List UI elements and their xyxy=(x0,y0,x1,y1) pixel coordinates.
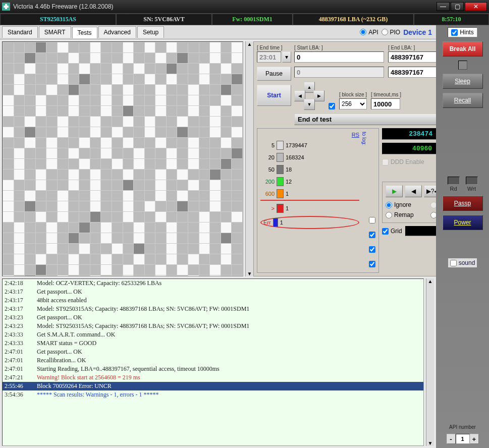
end-time-field[interactable] xyxy=(257,51,281,63)
minimize-button[interactable]: — xyxy=(437,2,450,11)
log-line[interactable]: 2:47:01Starting Reading, LBA=0..48839716… xyxy=(3,365,423,373)
blocksize-select[interactable]: 256 xyxy=(339,98,367,109)
log-panel[interactable]: 2:42:18Model: OCZ-VERTEX; Capacity: 6253… xyxy=(2,278,424,446)
log-line[interactable]: 2:47:21Warning! Block start at 2564608 =… xyxy=(3,373,423,382)
tab-smart[interactable]: SMART xyxy=(39,26,71,38)
recall-button[interactable]: Recall xyxy=(443,93,483,108)
tab-tests[interactable]: Tests xyxy=(72,27,97,38)
log-line[interactable]: 2:43:23Model: ST9250315AS; Capacity: 488… xyxy=(3,322,423,330)
radio-ignore[interactable]: Ignore xyxy=(386,201,429,208)
log-check-200[interactable] xyxy=(369,217,375,223)
scan-scrollbar[interactable]: ▲▼ xyxy=(245,41,253,276)
log-line[interactable]: 2:43:17Get passport... OK xyxy=(3,288,423,296)
start-button[interactable]: Start xyxy=(257,85,291,106)
titlebar: Victoria 4.46b Freeware (12.08.2008) — ▢… xyxy=(0,0,489,13)
log-line[interactable]: 2:43:1748bit access enabled xyxy=(3,296,423,305)
start-lba2-field[interactable] xyxy=(294,67,384,78)
api-num-plus[interactable]: + xyxy=(470,434,479,444)
timeout-label: [ timeout,ms ] xyxy=(371,92,401,97)
log-line[interactable]: 3:54:36***** Scan results: Warnings - 1,… xyxy=(3,390,423,399)
drive-lba: 488397168 LBA (~232 GB) xyxy=(293,14,414,25)
break-all-button[interactable]: Break All xyxy=(443,41,483,57)
drive-fw: Fw: 0001SDM1 xyxy=(212,14,293,25)
drive-model: ST9250315AS xyxy=(0,14,116,25)
timeout-field[interactable] xyxy=(371,98,400,109)
clock: 8:57:10 xyxy=(414,14,489,25)
timing-stats: RS 51739447 20168324 5018 20012 6001 >1 … xyxy=(257,128,379,273)
radio-pio[interactable]: PIO xyxy=(382,29,401,36)
activity-led xyxy=(458,61,467,70)
start-lba-field[interactable] xyxy=(294,51,384,63)
nav-check[interactable] xyxy=(329,103,335,109)
passp-button[interactable]: Passp xyxy=(443,196,483,211)
drive-sn: SN: 5VC86AVT xyxy=(116,14,212,25)
radio-api[interactable]: API xyxy=(360,29,378,36)
power-button[interactable]: Power xyxy=(443,215,483,230)
end-time-label: [ End time ] xyxy=(257,45,291,50)
pause-button[interactable]: Pause xyxy=(257,67,291,81)
tab-setup[interactable]: Setup xyxy=(137,26,164,38)
maximize-button[interactable]: ▢ xyxy=(451,2,464,11)
device-label[interactable]: Device 1 xyxy=(403,28,432,36)
rs-link[interactable]: RS xyxy=(352,132,359,138)
tab-advanced[interactable]: Advanced xyxy=(98,26,136,38)
play-button[interactable]: ▶ xyxy=(386,185,403,197)
window-title: Victoria 4.46b Freeware (12.08.2008) xyxy=(13,3,437,10)
radio-remap[interactable]: Remap xyxy=(386,211,429,218)
rd-wrt-leds: Rd Wrt xyxy=(448,177,478,192)
hints-check[interactable]: Hints xyxy=(448,27,477,37)
log-line[interactable]: 2:42:18Model: OCZ-VERTEX; Capacity: 6253… xyxy=(3,279,423,288)
log-line[interactable]: 2:47:01Recallibration... OK xyxy=(3,356,423,365)
end-time-spin[interactable]: ▾ xyxy=(282,51,291,63)
sound-check[interactable]: sound xyxy=(448,258,477,267)
scan-map xyxy=(2,41,243,276)
log-check-gt[interactable] xyxy=(369,246,375,253)
log-check-600[interactable] xyxy=(369,232,375,238)
api-num-minus[interactable]: - xyxy=(447,434,456,444)
log-line[interactable]: 2:55:46Block 70059264 Error: UNCR xyxy=(3,382,423,390)
ddd-check[interactable]: DDD Enable xyxy=(382,158,424,165)
tolog-label: to log: xyxy=(361,132,367,269)
api-number-spinner[interactable]: - 1 + xyxy=(447,434,479,444)
sleep-button[interactable]: Sleep xyxy=(443,74,483,89)
log-line[interactable]: 2:47:01Get passport... OK xyxy=(3,348,423,356)
drive-info-bar: ST9250315AS SN: 5VC86AVT Fw: 0001SDM1 48… xyxy=(0,13,489,25)
tab-bar: Standard SMART Tests Advanced Setup API … xyxy=(0,25,436,39)
tab-standard[interactable]: Standard xyxy=(2,26,38,38)
side-panel: Hints Break All Sleep Recall Rd Wrt Pass… xyxy=(436,25,489,448)
log-line[interactable]: 2:43:33SMART status = GOOD xyxy=(3,339,423,348)
api-number-label: API number xyxy=(449,424,476,430)
blocksize-label: [ block size ] xyxy=(339,92,367,97)
grid-check[interactable]: Grid xyxy=(382,228,402,235)
log-line[interactable]: 2:43:33Get S.M.A.R.T. command... OK xyxy=(3,330,423,339)
app-icon xyxy=(2,3,10,11)
log-line[interactable]: 2:43:17Model: ST9250315AS; Capacity: 488… xyxy=(3,305,423,313)
rev-button[interactable]: ◀ xyxy=(405,185,422,197)
log-check-err[interactable] xyxy=(369,261,375,267)
nav-cross[interactable]: ▲ ◀ ▶ ▼ xyxy=(294,82,324,109)
close-button[interactable]: ✕ xyxy=(465,2,487,11)
log-line[interactable]: 2:43:23Get passport... OK xyxy=(3,313,423,322)
log-scrollbar[interactable]: ▲▼ xyxy=(426,278,434,446)
start-lba-label: [ Start LBA: ] xyxy=(294,45,384,50)
